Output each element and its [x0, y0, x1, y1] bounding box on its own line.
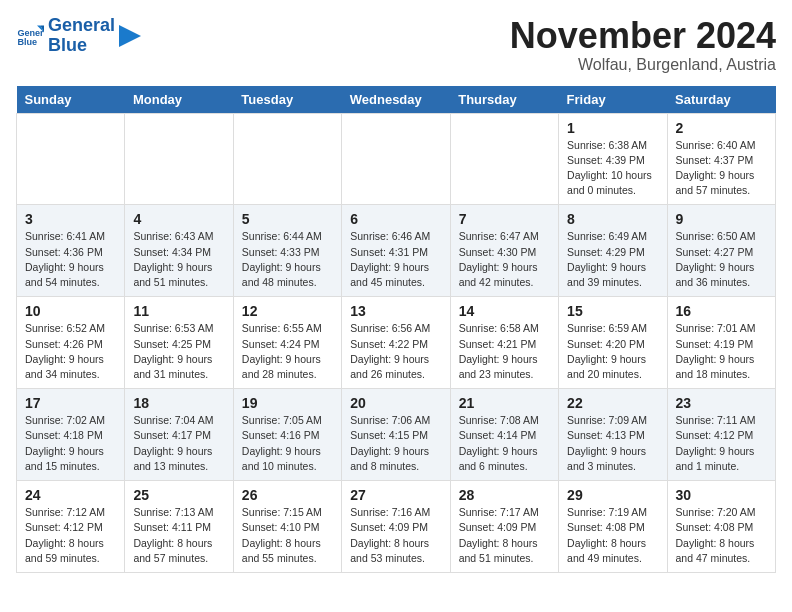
day-number: 7: [459, 211, 550, 227]
calendar-cell: [450, 113, 558, 205]
day-info: Sunrise: 6:58 AM Sunset: 4:21 PM Dayligh…: [459, 321, 550, 382]
calendar-cell: 9Sunrise: 6:50 AM Sunset: 4:27 PM Daylig…: [667, 205, 775, 297]
day-info: Sunrise: 7:12 AM Sunset: 4:12 PM Dayligh…: [25, 505, 116, 566]
day-info: Sunrise: 7:02 AM Sunset: 4:18 PM Dayligh…: [25, 413, 116, 474]
calendar-cell: [17, 113, 125, 205]
day-info: Sunrise: 6:50 AM Sunset: 4:27 PM Dayligh…: [676, 229, 767, 290]
day-number: 15: [567, 303, 658, 319]
calendar-body: 1Sunrise: 6:38 AM Sunset: 4:39 PM Daylig…: [17, 113, 776, 572]
day-info: Sunrise: 6:44 AM Sunset: 4:33 PM Dayligh…: [242, 229, 333, 290]
logo-line1: General: [48, 16, 115, 36]
calendar-cell: 21Sunrise: 7:08 AM Sunset: 4:14 PM Dayli…: [450, 389, 558, 481]
header-sunday: Sunday: [17, 86, 125, 114]
calendar-cell: 22Sunrise: 7:09 AM Sunset: 4:13 PM Dayli…: [559, 389, 667, 481]
header-row: Sunday Monday Tuesday Wednesday Thursday…: [17, 86, 776, 114]
day-info: Sunrise: 6:56 AM Sunset: 4:22 PM Dayligh…: [350, 321, 441, 382]
day-number: 28: [459, 487, 550, 503]
calendar-table: Sunday Monday Tuesday Wednesday Thursday…: [16, 86, 776, 573]
logo-icon: General Blue: [16, 22, 44, 50]
day-info: Sunrise: 6:49 AM Sunset: 4:29 PM Dayligh…: [567, 229, 658, 290]
subtitle: Wolfau, Burgenland, Austria: [510, 56, 776, 74]
calendar-cell: 2Sunrise: 6:40 AM Sunset: 4:37 PM Daylig…: [667, 113, 775, 205]
day-info: Sunrise: 7:08 AM Sunset: 4:14 PM Dayligh…: [459, 413, 550, 474]
calendar-cell: 12Sunrise: 6:55 AM Sunset: 4:24 PM Dayli…: [233, 297, 341, 389]
day-info: Sunrise: 7:20 AM Sunset: 4:08 PM Dayligh…: [676, 505, 767, 566]
day-number: 27: [350, 487, 441, 503]
day-info: Sunrise: 6:53 AM Sunset: 4:25 PM Dayligh…: [133, 321, 224, 382]
day-number: 1: [567, 120, 658, 136]
day-info: Sunrise: 7:16 AM Sunset: 4:09 PM Dayligh…: [350, 505, 441, 566]
calendar-cell: 25Sunrise: 7:13 AM Sunset: 4:11 PM Dayli…: [125, 481, 233, 573]
calendar-cell: 15Sunrise: 6:59 AM Sunset: 4:20 PM Dayli…: [559, 297, 667, 389]
day-number: 10: [25, 303, 116, 319]
day-number: 21: [459, 395, 550, 411]
header-friday: Friday: [559, 86, 667, 114]
day-info: Sunrise: 6:40 AM Sunset: 4:37 PM Dayligh…: [676, 138, 767, 199]
day-info: Sunrise: 7:01 AM Sunset: 4:19 PM Dayligh…: [676, 321, 767, 382]
calendar-cell: 14Sunrise: 6:58 AM Sunset: 4:21 PM Dayli…: [450, 297, 558, 389]
calendar-cell: 17Sunrise: 7:02 AM Sunset: 4:18 PM Dayli…: [17, 389, 125, 481]
day-number: 6: [350, 211, 441, 227]
day-number: 26: [242, 487, 333, 503]
page-header: General Blue General Blue November 2024 …: [16, 16, 776, 74]
calendar-header: Sunday Monday Tuesday Wednesday Thursday…: [17, 86, 776, 114]
calendar-cell: 3Sunrise: 6:41 AM Sunset: 4:36 PM Daylig…: [17, 205, 125, 297]
day-number: 20: [350, 395, 441, 411]
header-monday: Monday: [125, 86, 233, 114]
calendar-cell: 10Sunrise: 6:52 AM Sunset: 4:26 PM Dayli…: [17, 297, 125, 389]
logo-arrow-icon: [119, 25, 141, 47]
calendar-cell: 20Sunrise: 7:06 AM Sunset: 4:15 PM Dayli…: [342, 389, 450, 481]
header-thursday: Thursday: [450, 86, 558, 114]
day-number: 18: [133, 395, 224, 411]
day-info: Sunrise: 7:04 AM Sunset: 4:17 PM Dayligh…: [133, 413, 224, 474]
title-block: November 2024 Wolfau, Burgenland, Austri…: [510, 16, 776, 74]
calendar-week-3: 10Sunrise: 6:52 AM Sunset: 4:26 PM Dayli…: [17, 297, 776, 389]
day-info: Sunrise: 7:17 AM Sunset: 4:09 PM Dayligh…: [459, 505, 550, 566]
day-info: Sunrise: 6:46 AM Sunset: 4:31 PM Dayligh…: [350, 229, 441, 290]
calendar-cell: 24Sunrise: 7:12 AM Sunset: 4:12 PM Dayli…: [17, 481, 125, 573]
day-number: 25: [133, 487, 224, 503]
logo-line2: Blue: [48, 36, 115, 56]
calendar-cell: 26Sunrise: 7:15 AM Sunset: 4:10 PM Dayli…: [233, 481, 341, 573]
day-info: Sunrise: 7:13 AM Sunset: 4:11 PM Dayligh…: [133, 505, 224, 566]
day-info: Sunrise: 6:38 AM Sunset: 4:39 PM Dayligh…: [567, 138, 658, 199]
day-number: 2: [676, 120, 767, 136]
day-number: 19: [242, 395, 333, 411]
calendar-week-1: 1Sunrise: 6:38 AM Sunset: 4:39 PM Daylig…: [17, 113, 776, 205]
day-number: 30: [676, 487, 767, 503]
logo: General Blue General Blue: [16, 16, 141, 56]
day-number: 4: [133, 211, 224, 227]
calendar-cell: 30Sunrise: 7:20 AM Sunset: 4:08 PM Dayli…: [667, 481, 775, 573]
calendar-cell: 27Sunrise: 7:16 AM Sunset: 4:09 PM Dayli…: [342, 481, 450, 573]
calendar-cell: 8Sunrise: 6:49 AM Sunset: 4:29 PM Daylig…: [559, 205, 667, 297]
day-number: 24: [25, 487, 116, 503]
calendar-cell: [342, 113, 450, 205]
day-info: Sunrise: 7:06 AM Sunset: 4:15 PM Dayligh…: [350, 413, 441, 474]
day-info: Sunrise: 6:55 AM Sunset: 4:24 PM Dayligh…: [242, 321, 333, 382]
day-info: Sunrise: 7:15 AM Sunset: 4:10 PM Dayligh…: [242, 505, 333, 566]
day-info: Sunrise: 7:09 AM Sunset: 4:13 PM Dayligh…: [567, 413, 658, 474]
header-saturday: Saturday: [667, 86, 775, 114]
day-number: 17: [25, 395, 116, 411]
calendar-cell: 6Sunrise: 6:46 AM Sunset: 4:31 PM Daylig…: [342, 205, 450, 297]
day-info: Sunrise: 7:05 AM Sunset: 4:16 PM Dayligh…: [242, 413, 333, 474]
calendar-cell: 23Sunrise: 7:11 AM Sunset: 4:12 PM Dayli…: [667, 389, 775, 481]
calendar-cell: 5Sunrise: 6:44 AM Sunset: 4:33 PM Daylig…: [233, 205, 341, 297]
calendar-cell: 11Sunrise: 6:53 AM Sunset: 4:25 PM Dayli…: [125, 297, 233, 389]
day-number: 12: [242, 303, 333, 319]
svg-marker-4: [119, 25, 141, 47]
main-title: November 2024: [510, 16, 776, 56]
day-number: 9: [676, 211, 767, 227]
calendar-cell: 13Sunrise: 6:56 AM Sunset: 4:22 PM Dayli…: [342, 297, 450, 389]
day-number: 8: [567, 211, 658, 227]
calendar-week-4: 17Sunrise: 7:02 AM Sunset: 4:18 PM Dayli…: [17, 389, 776, 481]
header-wednesday: Wednesday: [342, 86, 450, 114]
day-number: 3: [25, 211, 116, 227]
calendar-week-2: 3Sunrise: 6:41 AM Sunset: 4:36 PM Daylig…: [17, 205, 776, 297]
day-info: Sunrise: 7:11 AM Sunset: 4:12 PM Dayligh…: [676, 413, 767, 474]
day-info: Sunrise: 6:41 AM Sunset: 4:36 PM Dayligh…: [25, 229, 116, 290]
calendar-cell: 1Sunrise: 6:38 AM Sunset: 4:39 PM Daylig…: [559, 113, 667, 205]
day-number: 11: [133, 303, 224, 319]
calendar-cell: 19Sunrise: 7:05 AM Sunset: 4:16 PM Dayli…: [233, 389, 341, 481]
day-info: Sunrise: 6:59 AM Sunset: 4:20 PM Dayligh…: [567, 321, 658, 382]
